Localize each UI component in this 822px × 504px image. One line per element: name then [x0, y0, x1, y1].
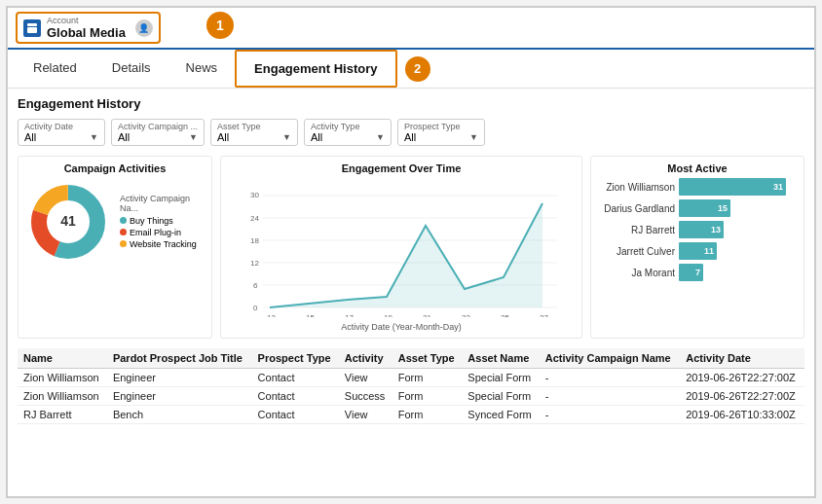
col-job-title: Pardot Prospect Job Title	[107, 348, 252, 369]
col-campaign-name: Activity Campaign Name	[540, 348, 681, 369]
legend-email-plugin: Email Plug-in	[120, 228, 206, 237]
account-info: Account Global Media	[47, 16, 126, 40]
col-prospect-type: Prospect Type	[252, 348, 339, 369]
legend-title: Activity Campaign Na...	[120, 194, 206, 213]
svg-text:0: 0	[253, 304, 258, 312]
most-active-chart: Most Active Zion Williamson 31 Darius Ga…	[590, 156, 804, 339]
svg-text:25: 25	[501, 313, 509, 317]
tab-details[interactable]: Details	[94, 51, 168, 87]
account-name: Global Media	[47, 25, 126, 40]
svg-marker-26	[270, 203, 542, 307]
chevron-down-icon: ▼	[282, 132, 291, 142]
engagement-chart-subtitle: Activity Date (Year-Month-Day)	[227, 322, 576, 332]
bar-row: Ja Morant 7	[597, 264, 798, 281]
charts-row: Campaign Activities 41 Activity Campaign…	[18, 156, 804, 339]
tab-engagement-history[interactable]: Engagement History	[235, 50, 396, 88]
svg-text:24: 24	[250, 214, 259, 223]
filter-activity-date[interactable]: Activity Date All ▼	[18, 119, 105, 146]
col-activity-date: Activity Date	[680, 348, 804, 369]
legend-website-tracking: Website Tracking	[120, 239, 206, 249]
svg-text:6: 6	[253, 281, 258, 290]
chevron-down-icon: ▼	[189, 132, 198, 142]
badge-2: 2	[405, 56, 430, 82]
line-chart-svg: 0 6 12 18 24 30 13 15 17	[227, 176, 576, 317]
table-row: Zion WilliamsonEngineerContactSuccessFor…	[18, 387, 804, 406]
col-asset-type: Asset Type	[392, 348, 463, 369]
filter-asset-type[interactable]: Asset Type All ▼	[210, 119, 298, 146]
data-table: Name Pardot Prospect Job Title Prospect …	[18, 348, 804, 424]
bar-fill: 15	[679, 199, 730, 217]
table-row: Zion WilliamsonEngineerContactViewFormSp…	[18, 369, 804, 387]
tab-related[interactable]: Related	[16, 51, 94, 87]
most-active-title: Most Active	[597, 162, 798, 174]
col-activity: Activity	[339, 348, 392, 369]
svg-text:18: 18	[250, 236, 259, 245]
account-label: Account	[47, 16, 126, 25]
svg-text:27: 27	[540, 313, 548, 317]
bar-row: Zion Williamson 31	[597, 178, 798, 196]
avatar: 👤	[135, 19, 153, 37]
campaign-chart-title: Campaign Activities	[24, 162, 206, 174]
legend-buy-things: Buy Things	[120, 216, 206, 226]
filters-row: Activity Date All ▼ Activity Campaign ..…	[18, 119, 804, 146]
svg-text:41: 41	[60, 213, 76, 229]
bar-fill: 11	[679, 242, 717, 260]
svg-text:12: 12	[250, 259, 259, 268]
page-title: Engagement History	[18, 96, 804, 111]
bar-fill: 7	[679, 264, 703, 281]
chart-legend: Buy Things Email Plug-in Website Trackin…	[120, 216, 206, 249]
content-area: Engagement History Activity Date All ▼ A…	[8, 89, 814, 496]
svg-text:30: 30	[250, 191, 259, 199]
engagement-over-time-chart: Engagement Over Time 0 6 12 18 24 30	[220, 156, 582, 339]
bar-row: Jarrett Culver 11	[597, 242, 798, 260]
bar-row: Darius Gardland 15	[597, 199, 798, 217]
svg-text:19: 19	[384, 313, 392, 317]
bar-fill: 13	[679, 221, 724, 238]
account-icon	[23, 19, 41, 37]
donut-svg: 41	[24, 178, 112, 266]
col-asset-name: Asset Name	[462, 348, 539, 369]
bar-fill: 31	[679, 178, 786, 196]
table-body: Zion WilliamsonEngineerContactViewFormSp…	[18, 369, 804, 424]
account-badge[interactable]: Account Global Media 👤	[16, 12, 161, 44]
svg-text:21: 21	[423, 313, 431, 317]
svg-text:13: 13	[267, 313, 276, 317]
bar-chart-rows: Zion Williamson 31 Darius Gardland 15 RJ…	[597, 178, 798, 281]
chevron-down-icon: ▼	[469, 132, 478, 142]
chevron-down-icon: ▼	[90, 132, 98, 142]
svg-rect-1	[27, 27, 37, 33]
svg-rect-0	[27, 23, 37, 26]
header: Account Global Media 👤 1	[8, 8, 814, 50]
filter-activity-campaign[interactable]: Activity Campaign ... All ▼	[111, 119, 205, 146]
filter-prospect-type[interactable]: Prospect Type All ▼	[397, 119, 485, 146]
campaign-activities-chart: Campaign Activities 41 Activity Campaign…	[18, 156, 212, 339]
engagement-chart-title: Engagement Over Time	[227, 162, 576, 174]
badge-1: 1	[206, 12, 234, 39]
tab-news[interactable]: News	[168, 51, 236, 87]
svg-text:15: 15	[306, 313, 315, 317]
table-row: RJ BarrettBenchContactViewFormSynced For…	[18, 406, 804, 424]
chevron-down-icon: ▼	[376, 132, 385, 142]
bar-row: RJ Barrett 13	[597, 221, 798, 238]
filter-activity-type[interactable]: Activity Type All ▼	[304, 119, 392, 146]
svg-text:23: 23	[462, 313, 470, 317]
tab-bar: Related Details News Engagement History …	[8, 50, 814, 89]
svg-text:17: 17	[345, 313, 354, 317]
col-name: Name	[18, 348, 107, 369]
